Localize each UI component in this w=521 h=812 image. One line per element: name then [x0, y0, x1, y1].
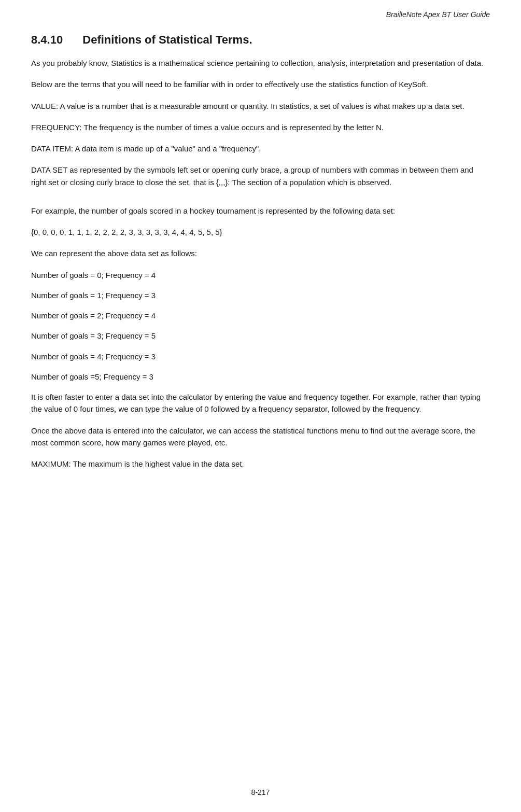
- paragraph-once-entered: Once the above data is entered into the …: [31, 425, 490, 449]
- paragraph-dataset-def: DATA SET as represented by the symbols l…: [31, 164, 490, 188]
- page-footer: 8-217: [0, 788, 521, 796]
- paragraph-dataset-example: {0, 0, 0, 0, 1, 1, 1, 2, 2, 2, 2, 3, 3, …: [31, 226, 490, 238]
- paragraph-faster-entry: It is often faster to enter a data set i…: [31, 391, 490, 415]
- data-line-3: Number of goals = 2; Frequency = 4: [31, 310, 490, 321]
- section-number: 8.4.10: [31, 33, 63, 46]
- page-header: BrailleNote Apex BT User Guide: [31, 10, 490, 19]
- paragraph-value-def: VALUE: A value is a number that is a mea…: [31, 100, 490, 112]
- data-line-6: Number of goals =5; Frequency = 3: [31, 371, 490, 383]
- section-heading: Definitions of Statistical Terms.: [82, 33, 252, 46]
- paragraph-example-intro: For example, the number of goals scored …: [31, 205, 490, 217]
- paragraph-intro1: As you probably know, Statistics is a ma…: [31, 57, 490, 69]
- data-line-5: Number of goals = 4; Frequency = 3: [31, 351, 490, 362]
- paragraph-freq-def: FREQUENCY: The frequency is the number o…: [31, 121, 490, 133]
- data-line-1: Number of goals = 0; Frequency = 4: [31, 269, 490, 281]
- paragraph-intro2: Below are the terms that you will need t…: [31, 78, 490, 90]
- data-line-2: Number of goals = 1; Frequency = 3: [31, 289, 490, 301]
- section-title: 8.4.10 Definitions of Statistical Terms.: [31, 33, 490, 47]
- paragraph-dataitem-def: DATA ITEM: A data item is made up of a "…: [31, 143, 490, 155]
- spacer1: [31, 198, 490, 205]
- paragraph-maximum-def: MAXIMUM: The maximum is the highest valu…: [31, 458, 490, 470]
- data-line-4: Number of goals = 3; Frequency = 5: [31, 330, 490, 342]
- paragraph-represent-intro: We can represent the above data set as f…: [31, 247, 490, 259]
